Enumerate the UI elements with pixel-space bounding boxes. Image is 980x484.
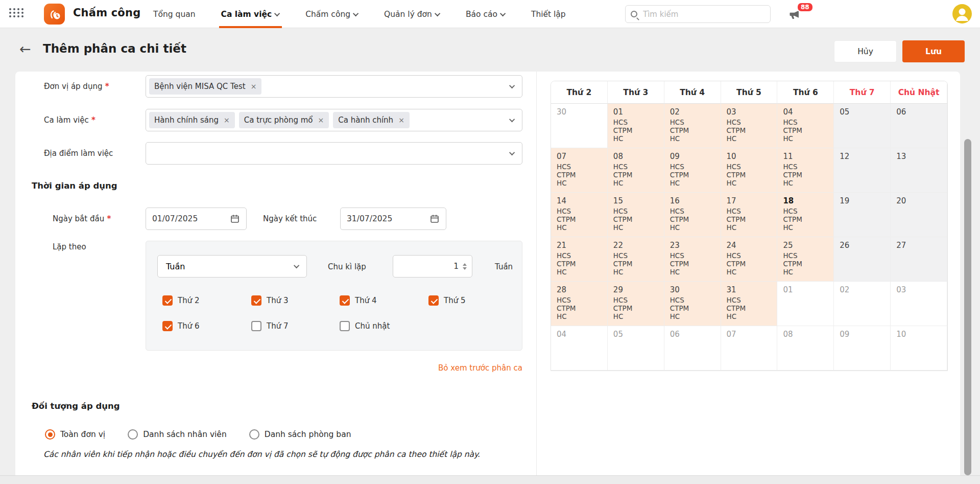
app-logo-icon[interactable] [44, 4, 65, 25]
calendar-day-number: 10 [896, 330, 947, 339]
nav-item-thiết-lập[interactable]: Thiết lập [531, 0, 566, 28]
end-date-input[interactable]: 31/07/2025 [340, 208, 446, 230]
unit-select[interactable]: Bệnh viện MISA QC Test× [146, 75, 522, 98]
nav-item-label: Thiết lập [531, 10, 566, 19]
calendar-day-number: 05 [613, 330, 664, 339]
cycle-label: Chu kì lặp [328, 262, 366, 271]
shift-code: CTPM [783, 215, 833, 223]
target-radio-danh-sách-phòng-ban[interactable]: Danh sách phòng ban [249, 429, 351, 440]
target-radio-toàn-đơn-vị[interactable]: Toàn đơn vị [45, 429, 105, 440]
nav-item-quản-lý-đơn[interactable]: Quản lý đơn [384, 0, 440, 28]
remove-tag-icon[interactable]: × [224, 116, 230, 124]
weekday-checkbox-label: Thứ 4 [355, 296, 377, 305]
weekday-checkbox-thứ-5[interactable]: Thứ 5 [428, 295, 466, 306]
shift-code: CTPM [727, 126, 777, 134]
stepper-arrows-icon[interactable] [463, 263, 467, 270]
shift-code: CTPM [670, 215, 721, 223]
weekday-checkbox-thứ-6[interactable]: Thứ 6 [162, 321, 251, 331]
shift-code: HC [670, 134, 721, 143]
app-launcher-icon[interactable] [9, 8, 24, 17]
cycle-unit: Tuần [495, 262, 513, 271]
cycle-value: 1 [453, 262, 459, 271]
repeat-type-select[interactable]: Tuần [157, 255, 307, 278]
calendar-day-number: 24 [727, 241, 777, 250]
radio-selected-icon[interactable] [45, 429, 55, 440]
shift-code: HC [557, 268, 607, 276]
shift-preview-calendar: Thứ 2Thứ 3Thứ 4Thứ 5Thứ 6Thứ 7Chủ Nhật30… [551, 81, 948, 371]
calendar-day-cell: 02 [834, 282, 891, 326]
checkbox-checked-icon[interactable] [428, 295, 439, 306]
chevron-down-icon [509, 83, 515, 88]
calendar-day-cell: 19 [834, 193, 891, 237]
checkbox-checked-icon[interactable] [162, 295, 173, 306]
shift-code: CTPM [613, 304, 664, 312]
nav-item-báo-cáo[interactable]: Báo cáo [466, 0, 506, 28]
calendar-day-cell: 01 [777, 282, 834, 326]
calendar-weekday-header: Thứ 5 [721, 81, 778, 104]
weekday-checkbox-thứ-4[interactable]: Thứ 4 [340, 295, 428, 306]
shift-code: CTPM [613, 215, 664, 223]
shift-code: HCS [783, 207, 833, 215]
calendar-day-number: 04 [557, 330, 607, 339]
search-input[interactable] [642, 9, 765, 19]
end-date-label: Ngày kết thúc [263, 214, 317, 223]
weekday-checkbox-thứ-7[interactable]: Thứ 7 [251, 321, 340, 331]
target-radio-danh-sách-nhân-viên[interactable]: Danh sách nhân viên [128, 429, 227, 440]
tag-label: Ca trực phòng mổ [244, 116, 313, 125]
shift-code: HC [783, 268, 833, 276]
calendar-day-number: 20 [896, 196, 947, 205]
chevron-down-icon [274, 10, 280, 16]
checkbox-checked-icon[interactable] [162, 321, 173, 331]
shift-code: HC [613, 268, 664, 276]
back-button[interactable]: ← [19, 42, 31, 56]
start-date-input[interactable]: 01/07/2025 [146, 208, 247, 230]
shift-select[interactable]: Hành chính sáng×Ca trực phòng mổ×Ca hành… [146, 109, 522, 131]
calendar-day-cell: 27 [891, 237, 947, 282]
nav-item-chấm-công[interactable]: Chấm công [305, 0, 358, 28]
radio-unselected-icon[interactable] [128, 429, 138, 440]
calendar-day-number: 09 [840, 330, 890, 339]
checkbox-unchecked-icon[interactable] [251, 321, 261, 331]
calendar-day-number: 25 [783, 241, 833, 250]
shift-code: HCS [727, 251, 777, 260]
calendar-day-number: 04 [783, 107, 833, 117]
checkbox-checked-icon[interactable] [340, 295, 350, 306]
nav-item-tổng-quan[interactable]: Tổng quan [153, 0, 196, 28]
weekday-checkbox-chủ-nhật[interactable]: Chủ nhật [340, 321, 428, 331]
target-radio-label: Danh sách phòng ban [265, 430, 351, 439]
nav-item-label: Báo cáo [466, 10, 497, 19]
checkbox-unchecked-icon[interactable] [340, 321, 350, 331]
search-box[interactable] [625, 5, 771, 23]
repeat-panel: Tuần Chu kì lặp 1 Tuần Thứ 2Thứ 3Thứ 4Th… [146, 241, 522, 351]
cycle-input[interactable]: 1 [393, 255, 472, 278]
calendar-weekday-header: Thứ 6 [777, 81, 834, 104]
weekday-checkbox-thứ-2[interactable]: Thứ 2 [162, 295, 251, 306]
remove-tag-icon[interactable]: × [318, 116, 324, 124]
vertical-scrollbar[interactable] [964, 139, 971, 475]
calendar-day-number: 29 [613, 285, 664, 294]
shift-code: HC [783, 223, 833, 232]
hide-preview-link[interactable]: Bỏ xem trước phân ca [146, 363, 522, 373]
calendar-day-number: 06 [670, 330, 721, 339]
calendar-day-cell: 21HCSCTPMHC [551, 237, 608, 282]
shift-code: HC [783, 179, 833, 187]
checkbox-checked-icon[interactable] [251, 295, 261, 306]
shift-code: CTPM [783, 171, 833, 179]
calendar-day-number: 12 [840, 152, 890, 161]
form-calendar-divider [536, 72, 537, 475]
save-button[interactable]: Lưu [902, 40, 965, 62]
shift-code: CTPM [613, 260, 664, 268]
calendar-day-number: 09 [670, 152, 721, 161]
remove-tag-icon[interactable]: × [398, 116, 404, 124]
remove-tag-icon[interactable]: × [251, 82, 257, 90]
top-nav: Chấm công Tổng quanCa làm việcChấm côngQ… [0, 0, 980, 28]
shift-code: HC [557, 223, 607, 232]
tag-label: Hành chính sáng [154, 116, 219, 125]
user-avatar[interactable] [952, 4, 972, 24]
location-select[interactable] [146, 142, 522, 165]
cancel-button[interactable]: Hủy [834, 40, 897, 62]
nav-item-ca-làm-việc[interactable]: Ca làm việc [221, 0, 280, 28]
shift-code: HCS [613, 251, 664, 260]
weekday-checkbox-thứ-3[interactable]: Thứ 3 [251, 295, 340, 306]
radio-unselected-icon[interactable] [249, 429, 259, 440]
